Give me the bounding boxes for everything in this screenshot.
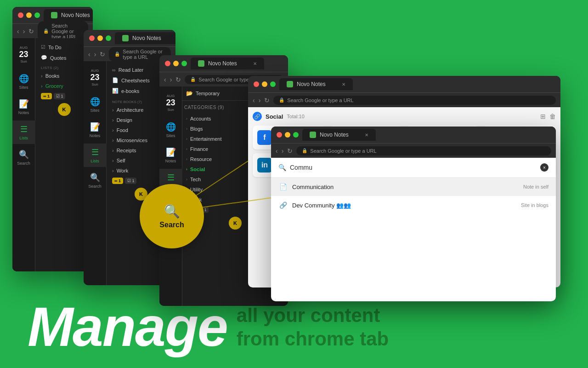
edit-icon[interactable]: ⊞	[540, 113, 546, 120]
notes-label-1: Notes	[18, 110, 29, 115]
grocery-arrow: ›	[41, 83, 43, 89]
sidebar-lists-1[interactable]: ☰ Lists	[12, 121, 39, 144]
tab-favicon-4	[287, 81, 293, 87]
avatar-3: K	[229, 217, 242, 230]
sidebar-search-2[interactable]: 🔍 Search	[84, 169, 110, 192]
inf-badge-2: ∞ 1	[112, 178, 123, 184]
result-name-devcomm: Dev Community 👥👥	[292, 202, 516, 209]
maximize-btn-5[interactable]	[293, 132, 299, 138]
minimize-btn-3[interactable]	[173, 61, 179, 66]
address-bar-4[interactable]: 🔒 Search Google or type a URL	[273, 96, 556, 105]
sidebar-lists-2[interactable]: ☰ Lists	[84, 144, 110, 167]
refresh-btn-2[interactable]: ↻	[100, 51, 105, 58]
rl-icon: ∞	[112, 67, 116, 73]
linkedin-logo: in	[257, 158, 272, 172]
refresh-btn-1[interactable]: ↻	[28, 28, 34, 35]
titlebar-3: Novo Notes ✕	[159, 55, 288, 72]
traffic-lights-2	[89, 35, 111, 41]
forward-btn-1[interactable]: ›	[23, 28, 25, 35]
refresh-btn-3[interactable]: ↻	[175, 76, 181, 83]
back-btn-3[interactable]: ‹	[164, 76, 166, 83]
minimize-btn-4[interactable]	[262, 81, 267, 87]
todo-label: To Do	[48, 45, 62, 50]
minimize-btn-2[interactable]	[97, 35, 103, 41]
sidebar-sites-2[interactable]: 🌐 Sites	[84, 93, 110, 116]
lists-icon-1: ☰	[20, 124, 28, 134]
browser-tab-2[interactable]: Novo Notes ✕	[115, 32, 175, 44]
sidebar-search-1[interactable]: 🔍 Search	[12, 146, 39, 169]
manage-word: Manage	[28, 299, 227, 354]
close-btn-2[interactable]	[89, 35, 95, 41]
check-badge-2: ☑ 1	[125, 178, 137, 184]
back-btn-2[interactable]: ‹	[88, 51, 90, 58]
back-btn-1[interactable]: ‹	[17, 28, 19, 35]
result-icon-communication: 📄	[278, 182, 288, 191]
todo-icon: ☑	[41, 44, 45, 50]
tab-close-3[interactable]: ✕	[253, 61, 257, 66]
badge-row-1: ∞ 1 ☑ 1	[39, 91, 89, 101]
date-badge-3: AUG 23 Sun	[164, 91, 177, 115]
search-bar-popup: 🔍 Commu ×	[271, 158, 556, 178]
browser-tab-1[interactable]: Novo Notes ✕	[44, 9, 93, 21]
lists-label-1: Lists	[19, 136, 28, 140]
browser-tab-5[interactable]: Novo Notes ✕	[302, 129, 376, 141]
maximize-btn-4[interactable]	[270, 81, 276, 87]
forward-btn-2[interactable]: ›	[94, 51, 96, 58]
tab-favicon-5	[310, 132, 316, 138]
sites-header-actions: ⊞ 🗑	[540, 113, 556, 120]
back-btn-5[interactable]: ‹	[276, 147, 278, 155]
browser-tab-3[interactable]: Novo Notes ✕	[191, 58, 264, 69]
search-circle[interactable]: 🔍 Search	[140, 184, 204, 248]
sites-grid-header: 🔗 Social Total:10 ⊞ 🗑	[253, 112, 556, 121]
toolbar-4: ‹ › ↻ 🔒 Search Google or type a URL	[248, 92, 560, 107]
minimize-btn-5[interactable]	[285, 132, 290, 138]
maximize-btn-1[interactable]	[34, 12, 40, 18]
quotes-icon: 💬	[41, 55, 47, 61]
refresh-btn-5[interactable]: ↻	[287, 147, 293, 155]
tab-close-5[interactable]: ✕	[365, 132, 368, 138]
search-input-popup[interactable]: Commu	[290, 164, 537, 171]
delete-icon[interactable]: 🗑	[549, 113, 556, 120]
dow-3: Sun	[166, 108, 175, 112]
tab-favicon-3	[198, 60, 204, 67]
close-btn-4[interactable]	[254, 81, 259, 87]
lists-icon-2: ☰	[91, 147, 99, 157]
sidebar-sites-3[interactable]: 🌐 Sites	[159, 118, 186, 142]
grocery-item[interactable]: › Grocery	[39, 81, 89, 91]
address-bar-5[interactable]: 🔒 Search Google or type a URL	[296, 146, 551, 155]
tab-close-4[interactable]: ✕	[342, 82, 345, 87]
close-btn-5[interactable]	[277, 132, 282, 138]
search-clear-btn[interactable]: ×	[540, 163, 548, 172]
sidebar-notes-1[interactable]: 📝 Notes	[12, 95, 39, 119]
titlebar-5: Novo Notes ✕	[271, 126, 556, 143]
refresh-btn-4[interactable]: ↻	[264, 97, 270, 104]
close-btn-1[interactable]	[18, 12, 23, 18]
forward-btn-3[interactable]: ›	[170, 76, 172, 83]
sidebar-notes-2[interactable]: 📝 Notes	[84, 118, 110, 142]
books-item[interactable]: › Books	[39, 71, 89, 81]
sidebar-notes-3[interactable]: 📝 Notes	[159, 144, 186, 167]
search-result-communication[interactable]: 📄 Communication Note in self	[271, 178, 556, 196]
maximize-btn-3[interactable]	[181, 61, 187, 66]
search-result-devcomm[interactable]: 🔗 Dev Community 👥👥 Site in blogs	[271, 196, 556, 214]
sidebar-1: AUG 23 Sun 🌐 Sites 📝 Notes ☰ Lists �	[12, 38, 35, 271]
notes-icon-1: 📝	[19, 99, 29, 109]
tab-title-2: Novo Notes	[132, 35, 161, 41]
maximize-btn-2[interactable]	[106, 35, 111, 41]
sidebar-sites-1[interactable]: 🌐 Sites	[12, 70, 39, 93]
forward-btn-4[interactable]: ›	[259, 97, 261, 104]
books-label: Books	[45, 73, 60, 79]
tagline-text: all your content from chrome tab	[237, 304, 389, 351]
month-2: AUG	[90, 69, 99, 73]
tab-title-3: Novo Notes	[208, 60, 237, 67]
search-icon-popup: 🔍	[278, 164, 286, 171]
quotes-item[interactable]: 💬 Quotes	[39, 52, 89, 63]
browser-tab-4[interactable]: Novo Notes ✕	[279, 78, 353, 90]
forward-btn-5[interactable]: ›	[282, 147, 284, 155]
minimize-btn-1[interactable]	[26, 12, 32, 18]
back-btn-4[interactable]: ‹	[253, 97, 255, 104]
bottom-text-section: Manage all your content from chrome tab	[0, 299, 588, 354]
url-text-1: Search Google or type a URL	[51, 23, 83, 40]
close-btn-3[interactable]	[165, 61, 170, 66]
todo-item[interactable]: ☑ To Do	[39, 42, 89, 52]
